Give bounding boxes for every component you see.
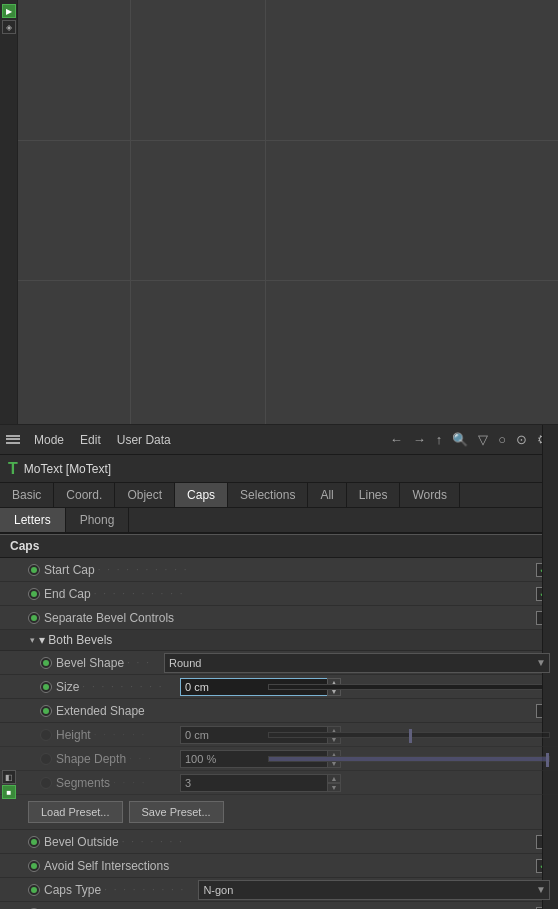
start-cap-radio[interactable] bbox=[28, 564, 40, 576]
segments-radio[interactable] bbox=[40, 777, 52, 789]
edit-menu[interactable]: Edit bbox=[76, 431, 105, 449]
height-label: Height bbox=[56, 728, 91, 742]
user-data-menu[interactable]: User Data bbox=[113, 431, 175, 449]
both-bevels-label: ▾ Both Bevels bbox=[39, 633, 112, 647]
height-dots: · · · · · · bbox=[94, 729, 173, 740]
bevel-outside-dots: · · · · · · · bbox=[122, 836, 529, 847]
caps-type-dots: · · · · · · · · · bbox=[104, 884, 185, 895]
segments-label: Segments bbox=[56, 776, 110, 790]
bevel-shape-label: Bevel Shape bbox=[56, 656, 124, 670]
separate-bevel-label: Separate Bevel Controls bbox=[44, 611, 174, 625]
up-button[interactable]: ↑ bbox=[433, 430, 446, 449]
preset-buttons-row: Load Preset... Save Preset... bbox=[0, 795, 558, 830]
mode-menu[interactable]: Mode bbox=[30, 431, 68, 449]
end-cap-dots: · · · · · · · · · · bbox=[94, 588, 529, 599]
tab-selections[interactable]: Selections bbox=[228, 483, 308, 507]
motext-icon: T bbox=[8, 461, 18, 477]
avoid-self-intersections-label: Avoid Self Intersections bbox=[44, 859, 169, 873]
height-slider[interactable] bbox=[268, 732, 550, 738]
size-slider[interactable] bbox=[268, 684, 550, 690]
size-input-wrapper: ▲ ▼ bbox=[180, 678, 260, 696]
caps-section-header: Caps bbox=[0, 534, 558, 558]
size-row: Size · · · · · · · · · ▲ ▼ bbox=[0, 675, 558, 699]
tab-phong[interactable]: Phong bbox=[66, 508, 130, 532]
search-icon[interactable]: 🔍 bbox=[449, 430, 471, 449]
left-side-icons: ◧ ■ bbox=[0, 770, 18, 799]
tab-basic[interactable]: Basic bbox=[0, 483, 54, 507]
caps-type-label: Caps Type bbox=[44, 883, 101, 897]
start-cap-dots: · · · · · · · · · · bbox=[98, 564, 529, 575]
shape-depth-radio[interactable] bbox=[40, 753, 52, 765]
break-phong-row: Break Phong Rounding bbox=[0, 902, 558, 909]
save-preset-button[interactable]: Save Preset... bbox=[129, 801, 224, 823]
caps-type-select-wrapper: N-gon Triangle Quad ▼ bbox=[198, 880, 550, 900]
filter-icon[interactable]: ▽ bbox=[475, 430, 491, 449]
height-row: Height · · · · · · ▲ ▼ bbox=[0, 723, 558, 747]
viewport-icon-green[interactable]: ▶ bbox=[2, 4, 16, 18]
size-dots: · · · · · · · · · bbox=[82, 681, 173, 692]
shape-depth-slider[interactable] bbox=[268, 756, 550, 762]
extended-shape-radio[interactable] bbox=[40, 705, 52, 717]
avoid-self-intersections-radio[interactable] bbox=[28, 860, 40, 872]
tab-letters[interactable]: Letters bbox=[0, 508, 66, 532]
start-cap-row: Start Cap · · · · · · · · · · bbox=[0, 558, 558, 582]
both-bevels-header[interactable]: ▾ ▾ Both Bevels bbox=[0, 630, 558, 651]
caps-type-select[interactable]: N-gon Triangle Quad bbox=[198, 880, 550, 900]
viewport-icon-1[interactable]: ◈ bbox=[2, 20, 16, 34]
height-slider-handle bbox=[409, 729, 412, 743]
height-radio[interactable] bbox=[40, 729, 52, 741]
caps-type-row: Caps Type · · · · · · · · · N-gon Triang… bbox=[0, 878, 558, 902]
separate-bevel-radio[interactable] bbox=[28, 612, 40, 624]
back-button[interactable]: ← bbox=[387, 430, 406, 449]
separate-bevel-row: Separate Bevel Controls bbox=[0, 606, 558, 630]
shape-depth-label: Shape Depth bbox=[56, 752, 126, 766]
bevel-shape-dots: · · · bbox=[127, 657, 151, 668]
load-preset-button[interactable]: Load Preset... bbox=[28, 801, 123, 823]
tab-lines[interactable]: Lines bbox=[347, 483, 401, 507]
segments-row: Segments · · · · ▲ ▼ bbox=[0, 771, 558, 795]
bevel-outside-radio[interactable] bbox=[28, 836, 40, 848]
menu-icon[interactable] bbox=[6, 433, 22, 447]
shape-depth-input-wrapper: ▲ ▼ bbox=[180, 750, 260, 768]
tabs-row-1: Basic Coord. Object Caps Selections All … bbox=[0, 483, 558, 508]
tab-caps[interactable]: Caps bbox=[175, 483, 228, 507]
left-icon-2[interactable]: ■ bbox=[2, 785, 16, 799]
tab-words[interactable]: Words bbox=[400, 483, 459, 507]
extended-shape-row: Extended Shape bbox=[0, 699, 558, 723]
start-cap-label: Start Cap bbox=[44, 563, 95, 577]
bevel-shape-select[interactable]: Round Linear 1 Step 2 Steps User bbox=[164, 653, 550, 673]
end-cap-row: End Cap · · · · · · · · · · bbox=[0, 582, 558, 606]
forward-button[interactable]: → bbox=[410, 430, 429, 449]
tab-object[interactable]: Object bbox=[115, 483, 175, 507]
segments-spin-down[interactable]: ▼ bbox=[327, 783, 341, 792]
toolbar: Mode Edit User Data ← → ↑ 🔍 ▽ ○ ⊙ ⚙ bbox=[0, 425, 558, 455]
left-panel-icons: ▶ ◈ bbox=[0, 0, 18, 424]
viewport: ▶ ◈ bbox=[0, 0, 558, 425]
title-bar: T MoText [MoText] bbox=[0, 455, 558, 483]
extended-shape-label: Extended Shape bbox=[56, 704, 145, 718]
tab-coord[interactable]: Coord. bbox=[54, 483, 115, 507]
lock-icon[interactable]: ⊙ bbox=[513, 430, 530, 449]
segments-input[interactable] bbox=[180, 774, 327, 792]
shape-depth-handle bbox=[546, 753, 549, 767]
circle-icon[interactable]: ○ bbox=[495, 430, 509, 449]
size-radio[interactable] bbox=[40, 681, 52, 693]
end-cap-radio[interactable] bbox=[28, 588, 40, 600]
segments-spin-up[interactable]: ▲ bbox=[327, 774, 341, 783]
shape-depth-fill bbox=[269, 757, 549, 761]
object-title: MoText [MoText] bbox=[24, 462, 111, 476]
segments-input-wrapper: ▲ ▼ bbox=[180, 774, 260, 792]
bevel-outside-row: Bevel Outside · · · · · · · bbox=[0, 830, 558, 854]
shape-depth-row: Shape Depth · · · ▲ ▼ bbox=[0, 747, 558, 771]
size-label: Size bbox=[56, 680, 79, 694]
shape-depth-dots: · · · bbox=[129, 753, 173, 764]
tab-all[interactable]: All bbox=[308, 483, 346, 507]
segments-dots: · · · · bbox=[113, 777, 173, 788]
segments-spinner: ▲ ▼ bbox=[327, 774, 341, 792]
caps-type-radio[interactable] bbox=[28, 884, 40, 896]
tabs-row-2: Letters Phong bbox=[0, 508, 558, 534]
left-icon-1[interactable]: ◧ bbox=[2, 770, 16, 784]
end-cap-label: End Cap bbox=[44, 587, 91, 601]
bevel-shape-radio[interactable] bbox=[40, 657, 52, 669]
avoid-self-intersections-row: Avoid Self Intersections bbox=[0, 854, 558, 878]
